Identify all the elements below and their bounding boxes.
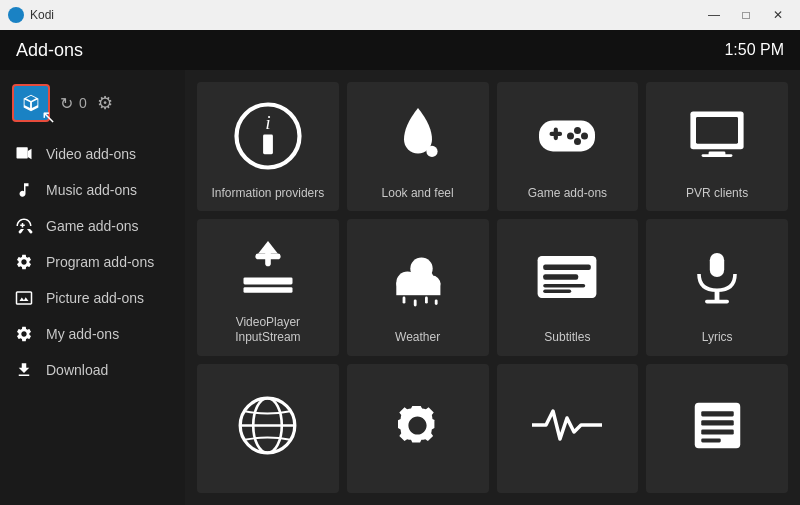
title-bar-left: Kodi xyxy=(8,7,54,23)
svg-rect-26 xyxy=(402,296,405,303)
addon-browser-button[interactable]: ↖ xyxy=(12,84,50,122)
tile-info-providers[interactable]: i Information providers xyxy=(197,82,339,211)
svg-rect-25 xyxy=(396,282,440,295)
tile-weather[interactable]: Weather xyxy=(347,219,489,355)
main-layout: ↖ ↻ 0 ⚙ Video add-ons Music add-ons xyxy=(0,70,800,505)
sidebar-item-program-addons[interactable]: Program add-ons xyxy=(0,244,185,280)
svg-rect-33 xyxy=(544,284,586,288)
download-icon xyxy=(14,360,34,380)
svg-rect-15 xyxy=(702,154,733,157)
program-icon xyxy=(14,252,34,272)
videoplayer-icon xyxy=(203,229,333,308)
addon-grid: i Information providers Look and feel xyxy=(185,70,800,505)
tile-videoplayer[interactable]: VideoPlayer InputStream xyxy=(197,219,339,355)
picture-icon xyxy=(14,288,34,308)
settings-icon[interactable]: ⚙ xyxy=(97,92,113,114)
music-icon xyxy=(14,180,34,200)
refresh-icon[interactable]: ↻ xyxy=(60,94,73,113)
app-header: Add-ons 1:50 PM xyxy=(0,30,800,70)
window-title: Kodi xyxy=(30,8,54,22)
svg-rect-35 xyxy=(710,253,724,277)
minimize-button[interactable]: — xyxy=(700,5,728,25)
tile-pvr[interactable]: PVR clients xyxy=(646,82,788,211)
tile-heartbeat[interactable] xyxy=(497,364,639,493)
video-icon xyxy=(14,144,34,164)
sidebar: ↖ ↻ 0 ⚙ Video add-ons Music add-ons xyxy=(0,70,185,505)
sidebar-item-music-addons[interactable]: Music add-ons xyxy=(0,172,185,208)
tv-icon xyxy=(652,92,782,180)
svg-point-4 xyxy=(426,146,437,157)
gamepad-sidebar-icon xyxy=(14,216,34,236)
tile-look-feel[interactable]: Look and feel xyxy=(347,82,489,211)
tile-label-game: Game add-ons xyxy=(528,186,607,202)
svg-rect-44 xyxy=(701,429,734,434)
tile-list[interactable] xyxy=(646,364,788,493)
tile-subtitles[interactable]: Subtitles xyxy=(497,219,639,355)
sidebar-item-game-addons[interactable]: Game add-ons xyxy=(0,208,185,244)
close-button[interactable]: ✕ xyxy=(764,5,792,25)
sidebar-label-program: Program add-ons xyxy=(46,254,154,270)
refresh-count: 0 xyxy=(79,95,87,111)
tile-label-pvr: PVR clients xyxy=(686,186,748,202)
look-feel-icon xyxy=(353,92,483,180)
sidebar-label-picture: Picture add-ons xyxy=(46,290,144,306)
svg-rect-34 xyxy=(544,289,572,293)
sidebar-label-my-addons: My add-ons xyxy=(46,326,119,342)
svg-rect-3 xyxy=(263,134,273,154)
tile-label-look: Look and feel xyxy=(382,186,454,202)
svg-rect-37 xyxy=(705,299,729,303)
page-title: Add-ons xyxy=(16,40,83,61)
svg-rect-16 xyxy=(243,277,292,284)
box-icon xyxy=(20,92,42,114)
window-controls: — □ ✕ xyxy=(700,5,792,25)
info-icon: i xyxy=(203,92,333,180)
svg-rect-36 xyxy=(715,290,720,301)
svg-marker-20 xyxy=(258,241,278,254)
svg-point-9 xyxy=(581,132,588,139)
sidebar-label-video: Video add-ons xyxy=(46,146,136,162)
tile-label-info: Information providers xyxy=(212,186,325,202)
sidebar-item-my-addons[interactable]: My add-ons xyxy=(0,316,185,352)
sidebar-top: ↖ ↻ 0 ⚙ xyxy=(0,78,185,128)
svg-point-10 xyxy=(567,132,574,139)
gamepad-tile-icon xyxy=(503,92,633,180)
svg-rect-29 xyxy=(434,299,437,305)
sidebar-label-download: Download xyxy=(46,362,108,378)
sidebar-item-video-addons[interactable]: Video add-ons xyxy=(0,136,185,172)
weather-icon xyxy=(353,229,483,324)
tile-globe[interactable] xyxy=(197,364,339,493)
mic-icon xyxy=(652,229,782,324)
svg-rect-27 xyxy=(413,299,416,306)
svg-text:i: i xyxy=(265,112,270,133)
tile-label-weather: Weather xyxy=(395,330,440,346)
svg-rect-19 xyxy=(255,253,280,259)
title-bar: Kodi — □ ✕ xyxy=(0,0,800,30)
sidebar-label-game: Game add-ons xyxy=(46,218,139,234)
svg-rect-7 xyxy=(554,127,558,140)
app-icon xyxy=(8,7,24,23)
svg-rect-32 xyxy=(544,274,579,280)
sidebar-item-picture-addons[interactable]: Picture add-ons xyxy=(0,280,185,316)
refresh-area: ↻ 0 ⚙ xyxy=(60,92,113,114)
tile-lyrics[interactable]: Lyrics xyxy=(646,219,788,355)
svg-rect-0 xyxy=(17,147,28,158)
svg-point-8 xyxy=(574,127,581,134)
svg-rect-43 xyxy=(701,420,734,425)
svg-point-11 xyxy=(574,138,581,145)
tile-gear[interactable] xyxy=(347,364,489,493)
svg-rect-17 xyxy=(243,287,292,293)
cursor: ↖ xyxy=(41,106,56,128)
clock: 1:50 PM xyxy=(724,41,784,59)
gear-tile-icon xyxy=(353,374,483,477)
sidebar-item-download[interactable]: Download xyxy=(0,352,185,388)
svg-rect-45 xyxy=(701,438,721,442)
svg-rect-28 xyxy=(425,296,428,303)
svg-rect-42 xyxy=(701,411,734,416)
sidebar-label-music: Music add-ons xyxy=(46,182,137,198)
tile-game-addons[interactable]: Game add-ons xyxy=(497,82,639,211)
maximize-button[interactable]: □ xyxy=(732,5,760,25)
globe-icon xyxy=(203,374,333,477)
heartbeat-icon xyxy=(503,374,633,477)
svg-rect-13 xyxy=(696,117,738,144)
my-addons-icon xyxy=(14,324,34,344)
